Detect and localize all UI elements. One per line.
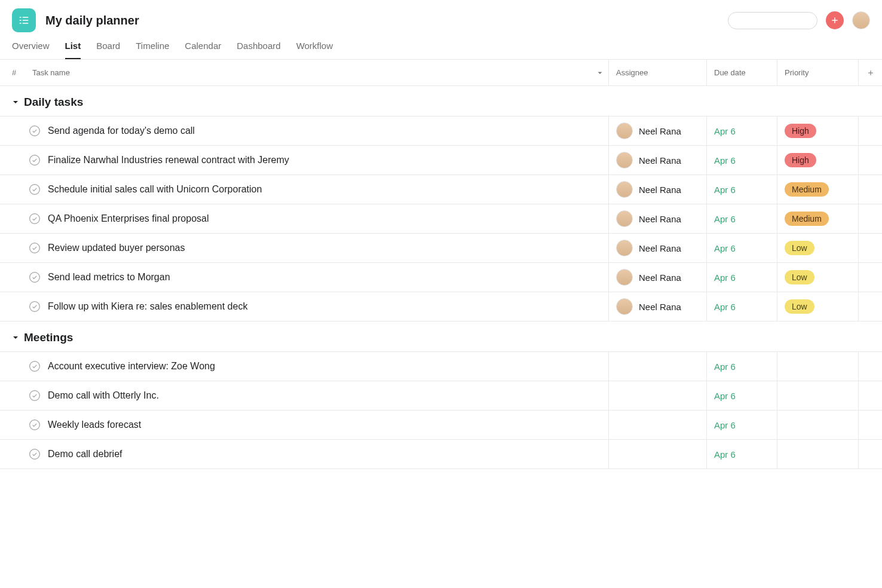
task-title: QA Phoenix Enterprises final proposal <box>48 213 209 224</box>
assignee-cell[interactable] <box>608 411 706 439</box>
tab-overview[interactable]: Overview <box>12 41 50 59</box>
assignee-cell[interactable] <box>608 440 706 468</box>
task-title: Follow up with Kiera re: sales enablemen… <box>48 301 247 312</box>
assignee-cell[interactable] <box>608 381 706 410</box>
extra-cell <box>858 175 882 204</box>
svg-point-14 <box>30 185 40 195</box>
extra-cell <box>858 381 882 410</box>
complete-checkbox[interactable] <box>29 183 41 195</box>
user-avatar[interactable] <box>852 11 870 29</box>
complete-checkbox[interactable] <box>29 242 41 254</box>
assignee-name: Neel Rana <box>639 214 681 224</box>
assignee-cell[interactable]: Neel Rana <box>608 234 706 262</box>
assignee-name: Neel Rana <box>639 155 681 166</box>
due-date-cell[interactable]: Apr 6 <box>706 292 777 321</box>
priority-cell[interactable]: Low <box>777 263 858 292</box>
search-box[interactable] <box>728 12 817 29</box>
task-title: Finalize Narwhal Industries renewal cont… <box>48 155 289 166</box>
complete-checkbox[interactable] <box>29 125 41 137</box>
due-date-cell[interactable]: Apr 6 <box>706 234 777 262</box>
assignee-avatar <box>616 210 633 227</box>
assignee-cell[interactable]: Neel Rana <box>608 292 706 321</box>
svg-rect-1 <box>23 17 29 18</box>
priority-cell[interactable] <box>777 352 858 381</box>
due-date-cell[interactable]: Apr 6 <box>706 175 777 204</box>
task-row[interactable]: QA Phoenix Enterprises final proposalNee… <box>0 204 882 233</box>
task-row[interactable]: Send lead metrics to MorganNeel RanaApr … <box>0 262 882 292</box>
priority-cell[interactable] <box>777 411 858 439</box>
task-row[interactable]: Schedule initial sales call with Unicorn… <box>0 174 882 204</box>
column-number: # <box>12 60 29 85</box>
svg-point-13 <box>30 155 40 166</box>
svg-rect-0 <box>20 17 22 18</box>
task-row[interactable]: Review updated buyer personasNeel RanaAp… <box>0 233 882 262</box>
section-header[interactable]: Daily tasks <box>0 86 882 116</box>
tab-board[interactable]: Board <box>96 41 120 59</box>
complete-checkbox[interactable] <box>29 271 41 283</box>
priority-cell[interactable]: Medium <box>777 204 858 233</box>
svg-rect-2 <box>20 20 22 21</box>
extra-cell <box>858 234 882 262</box>
priority-cell[interactable]: Low <box>777 292 858 321</box>
priority-cell[interactable]: High <box>777 117 858 145</box>
task-row[interactable]: Follow up with Kiera re: sales enablemen… <box>0 292 882 321</box>
extra-cell <box>858 263 882 292</box>
task-row[interactable]: Demo call with Otterly Inc.Apr 6 <box>0 381 882 410</box>
extra-cell <box>858 411 882 439</box>
due-date-cell[interactable]: Apr 6 <box>706 204 777 233</box>
due-date-cell[interactable]: Apr 6 <box>706 146 777 174</box>
due-date-cell[interactable]: Apr 6 <box>706 411 777 439</box>
task-row[interactable]: Account executive interview: Zoe WongApr… <box>0 351 882 381</box>
due-date-cell[interactable]: Apr 6 <box>706 352 777 381</box>
tab-calendar[interactable]: Calendar <box>185 41 221 59</box>
column-priority[interactable]: Priority <box>777 60 858 85</box>
assignee-cell[interactable]: Neel Rana <box>608 204 706 233</box>
priority-cell[interactable]: Low <box>777 234 858 262</box>
priority-cell[interactable] <box>777 440 858 468</box>
task-row[interactable]: Demo call debriefApr 6 <box>0 439 882 469</box>
assignee-cell[interactable]: Neel Rana <box>608 175 706 204</box>
task-row[interactable]: Finalize Narwhal Industries renewal cont… <box>0 145 882 174</box>
assignee-name: Neel Rana <box>639 185 681 195</box>
column-task-name[interactable]: Task name <box>29 60 608 85</box>
task-row[interactable]: Weekly leads forecastApr 6 <box>0 410 882 439</box>
tabs: OverviewListBoardTimelineCalendarDashboa… <box>0 32 882 60</box>
task-title: Demo call with Otterly Inc. <box>48 390 159 401</box>
complete-checkbox[interactable] <box>29 360 41 372</box>
caret-down-icon <box>12 99 19 106</box>
project-title[interactable]: My daily planner <box>45 14 139 27</box>
complete-checkbox[interactable] <box>29 301 41 313</box>
complete-checkbox[interactable] <box>29 154 41 166</box>
complete-checkbox[interactable] <box>29 419 41 431</box>
priority-pill: High <box>785 153 816 167</box>
priority-pill: Medium <box>785 212 829 226</box>
column-due-date[interactable]: Due date <box>706 60 777 85</box>
task-row[interactable]: Send agenda for today's demo callNeel Ra… <box>0 116 882 145</box>
tab-list[interactable]: List <box>65 41 81 59</box>
priority-cell[interactable]: Medium <box>777 175 858 204</box>
add-column-button[interactable] <box>858 60 882 85</box>
due-date-cell[interactable]: Apr 6 <box>706 440 777 468</box>
tab-timeline[interactable]: Timeline <box>136 41 169 59</box>
tab-dashboard[interactable]: Dashboard <box>237 41 280 59</box>
due-date-cell[interactable]: Apr 6 <box>706 117 777 145</box>
complete-checkbox[interactable] <box>29 390 41 402</box>
tab-workflow[interactable]: Workflow <box>296 41 333 59</box>
complete-checkbox[interactable] <box>29 213 41 225</box>
column-assignee[interactable]: Assignee <box>608 60 706 85</box>
complete-checkbox[interactable] <box>29 448 41 460</box>
add-button[interactable] <box>826 11 844 29</box>
section-header[interactable]: Meetings <box>0 321 882 351</box>
due-date-cell[interactable]: Apr 6 <box>706 381 777 410</box>
project-icon[interactable] <box>12 8 36 32</box>
priority-pill: Low <box>785 241 814 255</box>
assignee-cell[interactable]: Neel Rana <box>608 263 706 292</box>
assignee-cell[interactable] <box>608 352 706 381</box>
svg-point-22 <box>30 449 40 460</box>
assignee-cell[interactable]: Neel Rana <box>608 117 706 145</box>
task-title: Account executive interview: Zoe Wong <box>48 361 215 372</box>
assignee-cell[interactable]: Neel Rana <box>608 146 706 174</box>
priority-cell[interactable] <box>777 381 858 410</box>
priority-cell[interactable]: High <box>777 146 858 174</box>
due-date-cell[interactable]: Apr 6 <box>706 263 777 292</box>
